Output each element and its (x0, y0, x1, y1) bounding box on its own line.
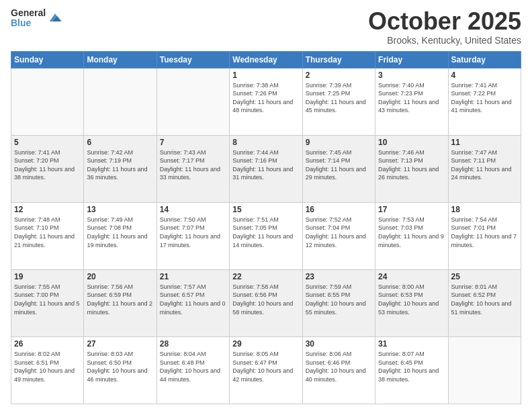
table-row: 21Sunrise: 7:57 AM Sunset: 6:57 PM Dayli… (157, 269, 229, 336)
table-row: 29Sunrise: 8:05 AM Sunset: 6:47 PM Dayli… (230, 336, 302, 404)
day-number: 25 (451, 272, 518, 281)
day-number: 19 (14, 272, 81, 281)
day-info: Sunrise: 8:07 AM Sunset: 6:45 PM Dayligh… (378, 350, 445, 383)
page: General Blue October 2025 Brooks, Kentuc… (0, 0, 532, 411)
day-info: Sunrise: 8:03 AM Sunset: 6:50 PM Dayligh… (87, 350, 153, 383)
calendar-week-row: 26Sunrise: 8:02 AM Sunset: 6:51 PM Dayli… (11, 336, 521, 404)
day-info: Sunrise: 7:39 AM Sunset: 7:25 PM Dayligh… (306, 81, 372, 115)
day-info: Sunrise: 7:58 AM Sunset: 6:56 PM Dayligh… (232, 283, 299, 316)
day-info: Sunrise: 7:41 AM Sunset: 7:22 PM Dayligh… (451, 81, 518, 115)
day-info: Sunrise: 7:53 AM Sunset: 7:03 PM Dayligh… (378, 216, 445, 249)
day-number: 12 (14, 205, 81, 214)
table-row: 9Sunrise: 7:45 AM Sunset: 7:14 PM Daylig… (302, 135, 375, 202)
day-number: 1 (232, 71, 299, 80)
day-info: Sunrise: 8:00 AM Sunset: 6:53 PM Dayligh… (378, 283, 445, 316)
calendar-week-row: 5Sunrise: 7:41 AM Sunset: 7:20 PM Daylig… (11, 135, 521, 202)
day-number: 16 (306, 205, 372, 214)
header-wednesday: Wednesday (230, 51, 302, 68)
day-number: 5 (14, 138, 81, 147)
table-row: 14Sunrise: 7:50 AM Sunset: 7:07 PM Dayli… (157, 202, 229, 269)
calendar-week-row: 1Sunrise: 7:38 AM Sunset: 7:26 PM Daylig… (11, 68, 521, 135)
calendar-table: Sunday Monday Tuesday Wednesday Thursday… (11, 51, 521, 404)
day-number: 10 (378, 138, 445, 147)
day-info: Sunrise: 7:42 AM Sunset: 7:19 PM Dayligh… (87, 148, 153, 182)
day-info: Sunrise: 7:57 AM Sunset: 6:57 PM Dayligh… (160, 283, 226, 316)
day-number: 27 (87, 339, 153, 349)
table-row: 19Sunrise: 7:55 AM Sunset: 7:00 PM Dayli… (11, 269, 84, 336)
table-row: 8Sunrise: 7:44 AM Sunset: 7:16 PM Daylig… (230, 135, 302, 202)
logo-line1: General (11, 8, 46, 18)
day-info: Sunrise: 7:43 AM Sunset: 7:17 PM Dayligh… (160, 148, 226, 182)
day-number: 15 (232, 205, 299, 214)
table-row: 24Sunrise: 8:00 AM Sunset: 6:53 PM Dayli… (375, 269, 448, 336)
day-number: 7 (160, 138, 226, 147)
table-row: 12Sunrise: 7:48 AM Sunset: 7:10 PM Dayli… (11, 202, 84, 269)
day-info: Sunrise: 7:48 AM Sunset: 7:10 PM Dayligh… (14, 216, 81, 249)
day-info: Sunrise: 7:56 AM Sunset: 6:59 PM Dayligh… (87, 283, 153, 316)
header-saturday: Saturday (448, 51, 521, 68)
day-number: 14 (160, 205, 226, 214)
day-number: 2 (306, 71, 372, 80)
table-row: 20Sunrise: 7:56 AM Sunset: 6:59 PM Dayli… (84, 269, 157, 336)
logo: General Blue (11, 8, 62, 29)
day-info: Sunrise: 8:06 AM Sunset: 6:46 PM Dayligh… (306, 350, 372, 383)
month-title: October 2025 (368, 8, 521, 35)
table-row (157, 68, 229, 135)
table-row: 17Sunrise: 7:53 AM Sunset: 7:03 PM Dayli… (375, 202, 448, 269)
header-friday: Friday (375, 51, 448, 68)
table-row: 15Sunrise: 7:51 AM Sunset: 7:05 PM Dayli… (230, 202, 302, 269)
table-row: 4Sunrise: 7:41 AM Sunset: 7:22 PM Daylig… (448, 68, 521, 135)
day-info: Sunrise: 8:04 AM Sunset: 6:48 PM Dayligh… (160, 350, 226, 383)
day-info: Sunrise: 8:02 AM Sunset: 6:51 PM Dayligh… (14, 350, 81, 383)
day-number: 21 (160, 272, 226, 281)
day-number: 8 (232, 138, 299, 147)
day-info: Sunrise: 8:05 AM Sunset: 6:47 PM Dayligh… (232, 350, 299, 383)
day-number: 3 (378, 71, 445, 80)
table-row: 10Sunrise: 7:46 AM Sunset: 7:13 PM Dayli… (375, 135, 448, 202)
table-row: 23Sunrise: 7:59 AM Sunset: 6:55 PM Dayli… (302, 269, 375, 336)
table-row: 22Sunrise: 7:58 AM Sunset: 6:56 PM Dayli… (230, 269, 302, 336)
day-number: 30 (306, 339, 372, 349)
day-number: 13 (87, 205, 153, 214)
header-monday: Monday (84, 51, 157, 68)
location: Brooks, Kentucky, United States (368, 35, 521, 46)
day-info: Sunrise: 7:49 AM Sunset: 7:08 PM Dayligh… (87, 216, 153, 249)
day-number: 9 (306, 138, 372, 147)
table-row (448, 336, 521, 404)
day-info: Sunrise: 7:59 AM Sunset: 6:55 PM Dayligh… (306, 283, 372, 316)
day-info: Sunrise: 7:54 AM Sunset: 7:01 PM Dayligh… (451, 216, 518, 249)
table-row: 11Sunrise: 7:47 AM Sunset: 7:11 PM Dayli… (448, 135, 521, 202)
table-row: 25Sunrise: 8:01 AM Sunset: 6:52 PM Dayli… (448, 269, 521, 336)
day-info: Sunrise: 7:51 AM Sunset: 7:05 PM Dayligh… (232, 216, 299, 249)
table-row: 7Sunrise: 7:43 AM Sunset: 7:17 PM Daylig… (157, 135, 229, 202)
day-info: Sunrise: 7:38 AM Sunset: 7:26 PM Dayligh… (232, 81, 299, 115)
day-info: Sunrise: 7:44 AM Sunset: 7:16 PM Dayligh… (232, 148, 299, 182)
header-tuesday: Tuesday (157, 51, 229, 68)
day-info: Sunrise: 7:55 AM Sunset: 7:00 PM Dayligh… (14, 283, 81, 316)
table-row: 1Sunrise: 7:38 AM Sunset: 7:26 PM Daylig… (230, 68, 302, 135)
table-row: 13Sunrise: 7:49 AM Sunset: 7:08 PM Dayli… (84, 202, 157, 269)
day-number: 20 (87, 272, 153, 281)
day-number: 4 (451, 71, 518, 80)
day-number: 28 (160, 339, 226, 349)
header-sunday: Sunday (11, 51, 84, 68)
table-row: 31Sunrise: 8:07 AM Sunset: 6:45 PM Dayli… (375, 336, 448, 404)
table-row: 27Sunrise: 8:03 AM Sunset: 6:50 PM Dayli… (84, 336, 157, 404)
day-number: 29 (232, 339, 299, 349)
calendar-week-row: 12Sunrise: 7:48 AM Sunset: 7:10 PM Dayli… (11, 202, 521, 269)
day-info: Sunrise: 8:01 AM Sunset: 6:52 PM Dayligh… (451, 283, 518, 316)
top-section: General Blue October 2025 Brooks, Kentuc… (11, 8, 521, 46)
table-row: 3Sunrise: 7:40 AM Sunset: 7:23 PM Daylig… (375, 68, 448, 135)
table-row: 16Sunrise: 7:52 AM Sunset: 7:04 PM Dayli… (302, 202, 375, 269)
day-info: Sunrise: 7:50 AM Sunset: 7:07 PM Dayligh… (160, 216, 226, 249)
day-info: Sunrise: 7:52 AM Sunset: 7:04 PM Dayligh… (306, 216, 372, 249)
day-info: Sunrise: 7:41 AM Sunset: 7:20 PM Dayligh… (14, 148, 81, 182)
logo-icon (48, 11, 62, 25)
day-info: Sunrise: 7:46 AM Sunset: 7:13 PM Dayligh… (378, 148, 445, 182)
table-row: 26Sunrise: 8:02 AM Sunset: 6:51 PM Dayli… (11, 336, 84, 404)
header-right: October 2025 Brooks, Kentucky, United St… (368, 8, 521, 46)
day-info: Sunrise: 7:40 AM Sunset: 7:23 PM Dayligh… (378, 81, 445, 115)
day-number: 11 (451, 138, 518, 147)
day-number: 24 (378, 272, 445, 281)
day-number: 23 (306, 272, 372, 281)
